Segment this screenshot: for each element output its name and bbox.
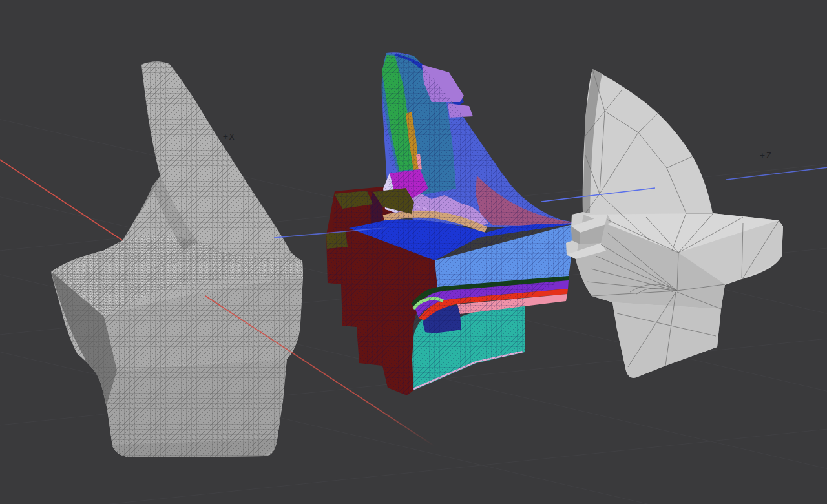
viewport-canvas[interactable]: +X bbox=[0, 0, 827, 504]
original-mesh[interactable] bbox=[39, 52, 317, 465]
decimated-mesh[interactable] bbox=[566, 69, 783, 378]
x-axis-label: +X bbox=[223, 132, 236, 142]
segmented-mesh[interactable] bbox=[323, 45, 581, 407]
x-axis-line-back bbox=[0, 151, 123, 241]
3d-viewport[interactable]: +X bbox=[0, 0, 827, 504]
z-axis-label: +Z bbox=[760, 151, 773, 160]
mesh-base-face bbox=[612, 302, 721, 378]
